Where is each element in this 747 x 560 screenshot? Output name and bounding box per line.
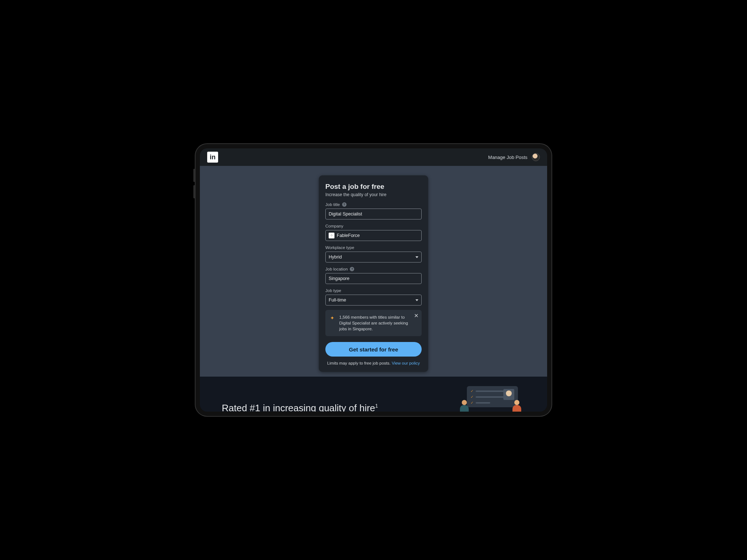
lightbulb-icon: ✦ [329,315,336,321]
topbar-right: Manage Job Posts [488,153,540,161]
select-workplace-type[interactable]: Hybrid [325,252,422,262]
help-icon[interactable]: ? [342,202,347,207]
manage-job-posts-link[interactable]: Manage Job Posts [488,155,527,160]
label-job-location-text: Job location [325,267,348,271]
label-workplace-type-text: Workplace type [325,245,354,250]
help-icon[interactable]: ? [350,267,354,271]
field-job-location: Job location ? Singapore [325,267,422,284]
label-workplace-type: Workplace type [325,245,422,250]
select-job-type-value: Full-time [329,298,346,303]
input-job-title-value: Digital Specialist [329,211,362,217]
view-policy-link[interactable]: View our policy [392,361,420,365]
rated-text: Rated #1 in increasing quality of hire [222,402,375,412]
illus-person-left [460,400,469,412]
illustration: ✓ ✓ ✓ [460,386,522,412]
caret-down-icon [415,299,418,301]
label-company: Company [325,224,422,228]
label-job-title-text: Job title [325,202,340,207]
close-icon[interactable]: ✕ [414,313,419,318]
rated-heading: Rated #1 in increasing quality of hire1 [222,402,378,412]
input-job-title[interactable]: Digital Specialist [325,209,422,219]
label-job-title: Job title ? [325,202,422,207]
insight-box: ✦ 1,566 members with titles similar to D… [325,310,422,336]
main-area: Post a job for free Increase the quality… [200,166,547,377]
check-icon: ✓ [471,401,473,405]
label-job-location: Job location ? [325,267,422,271]
card-subtitle: Increase the quality of your hire [325,192,422,197]
limits-note: Limits may apply to free job posts. View… [325,361,422,365]
screen: t in Manage Job Posts Post a job for fre… [200,148,547,412]
field-workplace-type: Workplace type Hybrid [325,245,422,262]
field-company: Company ⁘ FableForce [325,224,422,241]
check-icon: ✓ [471,395,473,399]
top-bar: in Manage Job Posts [200,148,547,166]
rated-sup: 1 [375,403,378,409]
select-workplace-type-value: Hybrid [329,254,342,260]
label-company-text: Company [325,224,343,228]
field-job-title: Job title ? Digital Specialist [325,202,422,219]
card-title: Post a job for free [325,183,422,191]
illus-person-right [512,400,522,412]
input-company[interactable]: ⁘ FableForce [325,230,422,241]
input-company-value: FableForce [337,233,360,238]
illus-panel: ✓ ✓ ✓ [467,386,518,407]
check-icon: ✓ [471,389,473,393]
avatar[interactable] [532,153,540,161]
company-logo-icon: ⁘ [329,233,334,238]
label-job-type-text: Job type [325,288,341,293]
tablet-frame: t in Manage Job Posts Post a job for fre… [195,143,552,417]
input-job-location[interactable]: Singapore [325,273,422,284]
illus-photo [503,389,514,400]
post-job-card: Post a job for free Increase the quality… [319,175,428,372]
label-job-type: Job type [325,288,422,293]
get-started-button[interactable]: Get started for free [325,342,422,357]
illus-bar [476,402,490,404]
lower-band: Rated #1 in increasing quality of hire1 … [200,377,547,412]
linkedin-logo[interactable]: in [207,152,218,163]
limits-text: Limits may apply to free job posts. [327,361,392,365]
insight-text: 1,566 members with titles similar to Dig… [339,314,418,332]
caret-down-icon [415,256,418,258]
select-job-type[interactable]: Full-time [325,295,422,306]
field-job-type: Job type Full-time [325,288,422,306]
input-job-location-value: Singapore [329,276,349,281]
